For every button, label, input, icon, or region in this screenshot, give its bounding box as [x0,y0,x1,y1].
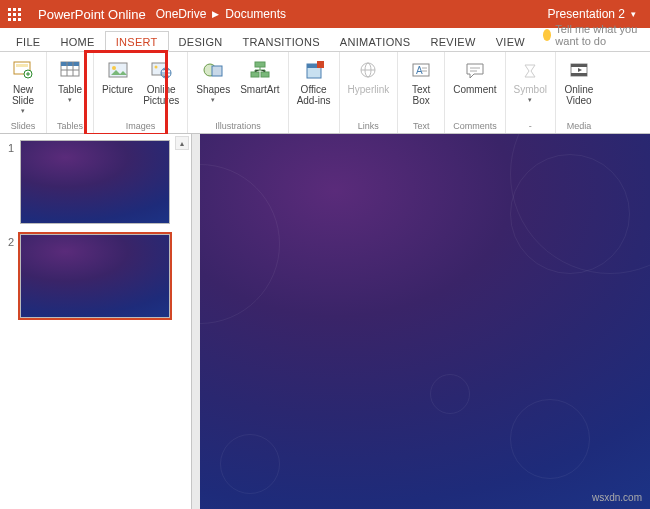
smartart-button[interactable]: SmartArt [238,56,281,97]
group-label-links: Links [358,120,379,131]
svg-rect-4 [61,62,79,66]
caret-icon: ▾ [68,97,72,103]
svg-rect-23 [571,64,587,67]
ribbon-tabs: FILE HOME INSERT DESIGN TRANSITIONS ANIM… [0,28,650,52]
ribbon-group-addins: Office Add-ins [289,52,340,133]
picture-icon [106,58,130,82]
online-pictures-icon [149,58,173,82]
lightbulb-icon [543,29,551,41]
app-name: PowerPoint Online [28,7,156,22]
slide-thumbnail-panel: ▴ 1 2 [0,134,192,509]
svg-point-8 [155,66,158,69]
comment-button[interactable]: Comment [451,56,498,97]
group-label-tables: Tables [57,120,83,131]
tab-design[interactable]: DESIGN [169,32,233,51]
ribbon-group-tables: Table ▾ Tables [47,52,94,133]
slide-canvas-area [192,134,650,509]
thumbnail-1[interactable]: 1 [4,140,187,224]
tab-view[interactable]: VIEW [486,32,535,51]
hyperlink-button[interactable]: Hyperlink [346,56,392,97]
app-launcher-button[interactable] [0,0,28,28]
slide-number: 2 [4,234,14,318]
symbol-icon [518,58,542,82]
group-label-text: Text [413,120,430,131]
tab-animations[interactable]: ANIMATIONS [330,32,421,51]
document-title-area: Presentation 2 ▾ [548,7,650,21]
online-pictures-button[interactable]: Online Pictures [141,56,181,108]
svg-rect-1 [16,64,28,67]
breadcrumb: OneDrive ▶ Documents [156,7,286,21]
svg-rect-17 [317,61,324,68]
breadcrumb-root[interactable]: OneDrive [156,7,207,21]
tab-transitions[interactable]: TRANSITIONS [233,32,330,51]
chevron-right-icon: ▶ [212,9,219,19]
shapes-button[interactable]: Shapes ▾ [194,56,232,105]
ribbon-group-text: A Text Box Text [398,52,445,133]
new-slide-button[interactable]: New Slide ▾ [6,56,40,116]
svg-point-6 [112,66,116,70]
ribbon-group-illustrations: Shapes ▾ SmartArt Illustrations [188,52,288,133]
tab-review[interactable]: REVIEW [420,32,485,51]
tab-file[interactable]: FILE [6,32,50,51]
table-icon [58,58,82,82]
table-button[interactable]: Table ▾ [53,56,87,105]
svg-rect-13 [251,72,259,77]
waffle-icon [8,8,21,21]
svg-rect-12 [255,62,265,67]
slide-thumbnail [20,234,170,318]
breadcrumb-folder[interactable]: Documents [225,7,286,21]
caret-icon: ▾ [211,97,215,103]
tab-insert[interactable]: INSERT [105,31,169,52]
watermark: wsxdn.com [592,492,642,503]
ribbon: New Slide ▾ Slides Table ▾ Tables Pictur [0,52,650,134]
thumbnail-2[interactable]: 2 [4,234,187,318]
tell-me-placeholder: Tell me what you want to do [555,23,650,47]
svg-rect-14 [261,72,269,77]
ribbon-group-comments: Comment Comments [445,52,505,133]
group-label-slides: Slides [11,120,36,131]
tab-home[interactable]: HOME [50,32,104,51]
office-addins-button[interactable]: Office Add-ins [295,56,333,108]
ribbon-group-images: Picture Online Pictures Images [94,52,188,133]
slide-number: 1 [4,140,14,224]
chevron-down-icon: ▾ [631,9,636,19]
ribbon-group-symbols: Symbol ▾ - [506,52,556,133]
comment-icon [463,58,487,82]
new-slide-icon [11,58,35,82]
smartart-icon [248,58,272,82]
workspace: ▴ 1 2 [0,134,650,509]
symbol-button[interactable]: Symbol ▾ [512,56,549,105]
slide-thumbnail [20,140,170,224]
textbox-icon: A [409,58,433,82]
group-label-illustrations: Illustrations [215,120,261,131]
ribbon-group-media: Online Video Media [556,52,602,133]
document-name[interactable]: Presentation 2 [548,7,625,21]
ribbon-group-links: Hyperlink Links [340,52,399,133]
addins-icon [302,58,326,82]
caret-icon: ▾ [21,108,25,114]
group-label-symbols: - [529,120,532,131]
hyperlink-icon [356,58,380,82]
group-label-comments: Comments [453,120,497,131]
group-label-media: Media [567,120,592,131]
textbox-button[interactable]: A Text Box [404,56,438,108]
current-slide[interactable] [200,134,650,509]
svg-rect-24 [571,73,587,76]
group-label-images: Images [126,120,156,131]
ribbon-group-slides: New Slide ▾ Slides [0,52,47,133]
svg-text:A: A [416,65,423,76]
svg-rect-11 [212,66,222,76]
caret-icon: ▾ [528,97,532,103]
shapes-icon [201,58,225,82]
tell-me-search[interactable]: Tell me what you want to do [543,23,650,51]
scroll-up-button[interactable]: ▴ [175,136,189,150]
online-video-button[interactable]: Online Video [562,56,596,108]
picture-button[interactable]: Picture [100,56,135,97]
video-icon [567,58,591,82]
